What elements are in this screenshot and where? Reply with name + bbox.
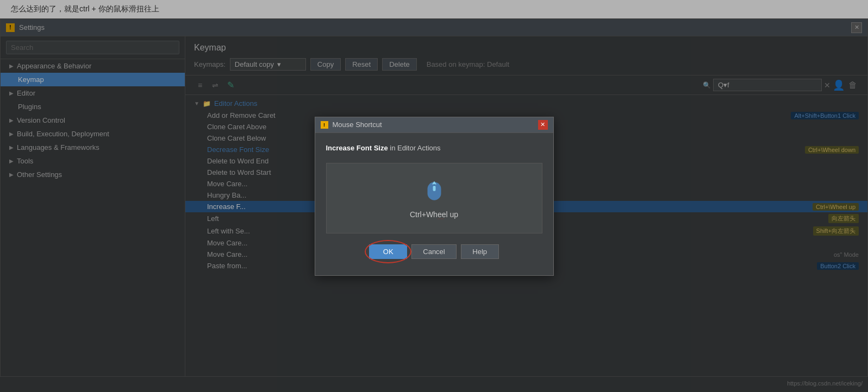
- modal-action-name: Increase Font Size: [326, 144, 388, 152]
- modal-close-button[interactable]: ✕: [538, 120, 548, 130]
- red-underline-decoration: [408, 218, 473, 219]
- modal-subtitle: Increase Font Size in Editor Actions: [326, 144, 542, 152]
- svg-rect-2: [433, 186, 435, 191]
- shortcut-display: Ctrl+Wheel up: [410, 210, 458, 219]
- cancel-button[interactable]: Cancel: [411, 244, 456, 259]
- modal-title: Mouse Shortcut: [333, 121, 382, 129]
- ok-btn-wrapper: OK: [369, 244, 407, 259]
- ok-button[interactable]: OK: [369, 244, 407, 259]
- mouse-shortcut-icon: [421, 178, 448, 205]
- modal-title-left: ! Mouse Shortcut: [321, 121, 382, 129]
- modal-body: Increase Font Size in Editor Actions Ctr…: [315, 133, 553, 275]
- modal-titlebar: ! Mouse Shortcut ✕: [315, 117, 553, 133]
- modal-action-context: in Editor Actions: [390, 144, 440, 152]
- modal-overlay: ! Mouse Shortcut ✕ Increase Font Size in…: [0, 0, 868, 392]
- modal-content-area: Ctrl+Wheel up: [326, 163, 542, 233]
- mouse-shortcut-dialog: ! Mouse Shortcut ✕ Increase Font Size in…: [315, 117, 554, 276]
- modal-footer: OK Cancel Help: [326, 244, 542, 264]
- modal-app-icon: !: [321, 121, 328, 129]
- help-button[interactable]: Help: [461, 244, 499, 259]
